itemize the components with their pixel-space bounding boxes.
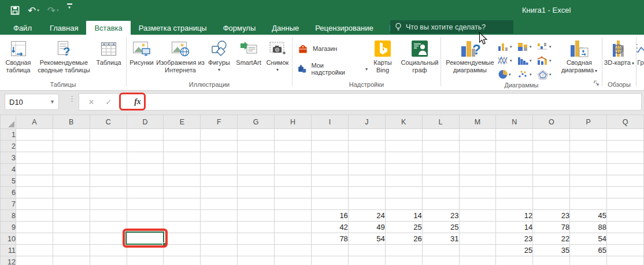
column-header-P[interactable]: P xyxy=(570,115,607,129)
cell-A1[interactable] xyxy=(16,129,53,141)
radar-chart-button[interactable]: ▾ xyxy=(537,68,557,81)
cell-P6[interactable] xyxy=(570,187,607,198)
chevron-down-icon[interactable]: ▾ xyxy=(549,72,552,77)
cell-J1[interactable] xyxy=(348,129,385,141)
cell-I5[interactable] xyxy=(311,175,348,187)
row-header-12[interactable]: 12 xyxy=(1,256,16,265)
cell-G2[interactable] xyxy=(238,141,275,152)
row-header-1[interactable]: 1 xyxy=(1,129,16,141)
column-header-C[interactable]: C xyxy=(90,115,127,129)
cell-I3[interactable] xyxy=(311,152,348,164)
cell-G10[interactable] xyxy=(238,233,275,245)
cell-Q7[interactable] xyxy=(607,198,644,210)
cell-E2[interactable] xyxy=(164,141,201,152)
pivot-chart-button[interactable]: Сводная диаграмма▾ xyxy=(558,36,601,75)
cell-O6[interactable] xyxy=(533,187,570,198)
truncated-button[interactable]: Гр xyxy=(636,36,644,67)
online-pictures-button[interactable]: Изображения из Интернета xyxy=(156,36,205,74)
cell-K1[interactable] xyxy=(385,129,422,141)
cell-J8[interactable]: 24 xyxy=(348,210,385,222)
cell-C10[interactable] xyxy=(90,233,127,245)
cell-H8[interactable] xyxy=(275,210,312,222)
cell-H5[interactable] xyxy=(275,175,312,187)
pictures-button[interactable]: Рисунки xyxy=(128,36,156,67)
cell-Q12[interactable] xyxy=(607,256,644,265)
cell-J10[interactable]: 54 xyxy=(348,233,385,245)
row-header-2[interactable]: 2 xyxy=(1,141,16,152)
shapes-button[interactable]: Фигуры ▾ xyxy=(205,36,233,72)
chevron-down-icon[interactable]: ▾ xyxy=(595,68,597,73)
chevron-down-icon[interactable]: ▾ xyxy=(530,58,532,63)
cell-G8[interactable] xyxy=(238,210,275,222)
cell-H11[interactable] xyxy=(275,245,312,256)
undo-button[interactable]: ↶ ▾ xyxy=(27,3,40,17)
row-header-8[interactable]: 8 xyxy=(1,210,16,222)
cell-D3[interactable] xyxy=(127,152,164,164)
cell-F10[interactable] xyxy=(201,233,238,245)
cell-A4[interactable] xyxy=(16,164,53,175)
cell-H9[interactable] xyxy=(275,222,312,233)
cell-G11[interactable] xyxy=(238,245,275,256)
cell-C8[interactable] xyxy=(90,210,127,222)
cell-D8[interactable] xyxy=(127,210,164,222)
cell-O7[interactable] xyxy=(533,198,570,210)
cell-B5[interactable] xyxy=(53,175,90,187)
column-chart-button[interactable]: ▾ xyxy=(498,40,517,53)
cell-K10[interactable]: 26 xyxy=(385,233,422,245)
chevron-down-icon[interactable]: ▾ xyxy=(530,72,532,77)
recommended-charts-button[interactable]: ? Рекомендуемые диаграммы xyxy=(442,36,498,74)
cell-Q6[interactable] xyxy=(607,187,644,198)
cell-I9[interactable]: 42 xyxy=(311,222,348,233)
bar-chart-button[interactable]: ▾ xyxy=(517,40,537,53)
cell-O5[interactable] xyxy=(533,175,570,187)
cell-N6[interactable] xyxy=(496,187,533,198)
cell-B11[interactable] xyxy=(53,245,90,256)
cell-B2[interactable] xyxy=(53,141,90,152)
cell-B9[interactable] xyxy=(53,222,90,233)
cell-G5[interactable] xyxy=(238,175,275,187)
cell-N3[interactable] xyxy=(496,152,533,164)
chevron-down-icon[interactable]: ▾ xyxy=(632,61,634,66)
cell-L3[interactable] xyxy=(422,152,459,164)
cell-K3[interactable] xyxy=(385,152,422,164)
cell-J6[interactable] xyxy=(348,187,385,198)
cell-O4[interactable] xyxy=(533,164,570,175)
store-button[interactable]: Магазин xyxy=(297,41,368,56)
cell-F6[interactable] xyxy=(201,187,238,198)
column-header-M[interactable]: M xyxy=(459,115,496,129)
cell-M3[interactable] xyxy=(459,152,496,164)
cell-N10[interactable]: 23 xyxy=(496,233,533,245)
cell-D6[interactable] xyxy=(127,187,164,198)
cell-C9[interactable] xyxy=(90,222,127,233)
cell-A7[interactable] xyxy=(16,198,53,210)
cell-A6[interactable] xyxy=(16,187,53,198)
column-header-F[interactable]: F xyxy=(201,115,238,129)
charts-dialog-launcher-icon[interactable] xyxy=(594,78,599,89)
tab-Вставка[interactable]: Вставка xyxy=(86,21,130,35)
cell-G12[interactable] xyxy=(238,256,275,265)
cell-H1[interactable] xyxy=(275,129,312,141)
line-chart-button[interactable]: ▾ xyxy=(498,54,517,67)
cell-O8[interactable]: 23 xyxy=(533,210,570,222)
enter-button[interactable]: ✓ xyxy=(100,98,117,106)
cell-F12[interactable] xyxy=(201,256,238,265)
chevron-down-icon[interactable]: ▾ xyxy=(510,45,512,49)
chevron-down-icon[interactable]: ▾ xyxy=(509,72,511,77)
cell-N2[interactable] xyxy=(496,141,533,152)
cell-O10[interactable]: 22 xyxy=(533,233,570,245)
column-header-I[interactable]: I xyxy=(311,115,348,129)
tell-me-search[interactable]: Что вы хотите сделать? xyxy=(390,20,513,34)
cell-Q4[interactable] xyxy=(607,164,644,175)
cell-N8[interactable]: 12 xyxy=(496,210,533,222)
cell-A2[interactable] xyxy=(16,141,53,152)
cell-L2[interactable] xyxy=(422,141,459,152)
cell-O2[interactable] xyxy=(533,141,570,152)
cell-M9[interactable] xyxy=(459,222,496,233)
map-3d-button[interactable]: 3D-карта▾ xyxy=(603,36,635,67)
column-header-J[interactable]: J xyxy=(348,115,385,129)
row-header-9[interactable]: 9 xyxy=(1,222,16,233)
cell-H12[interactable] xyxy=(275,256,312,265)
cell-P4[interactable] xyxy=(570,164,607,175)
column-header-Q[interactable]: Q xyxy=(607,115,644,129)
cell-E7[interactable] xyxy=(164,198,201,210)
